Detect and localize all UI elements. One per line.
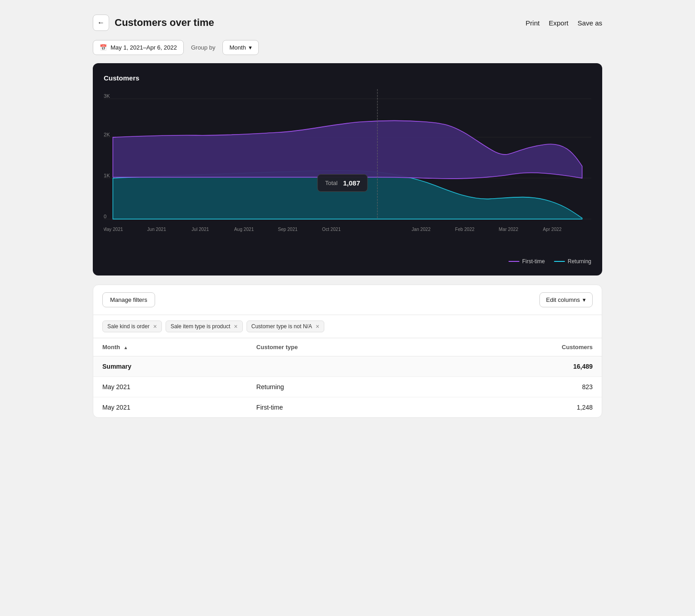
group-by-label: Group by [191, 44, 215, 51]
row-month-2: May 2021 [93, 397, 247, 418]
svg-text:Aug 2021: Aug 2021 [234, 227, 254, 232]
svg-text:2K: 2K [104, 132, 110, 137]
back-button[interactable]: ← [93, 15, 109, 31]
summary-label: Summary [93, 356, 247, 377]
svg-text:Jan 2022: Jan 2022 [412, 227, 431, 232]
row-month-1: May 2021 [93, 377, 247, 397]
svg-text:0: 0 [104, 214, 106, 219]
calendar-icon: 📅 [100, 44, 107, 51]
filters-bar: 📅 May 1, 2021–Apr 6, 2022 Group by Month… [93, 40, 602, 55]
row-customers-2: 1,248 [442, 397, 602, 418]
manage-filters-row: Manage filters Edit columns ▾ [93, 285, 602, 315]
header-left: ← Customers over time [93, 15, 214, 31]
page-header: ← Customers over time Print Export Save … [93, 9, 602, 40]
legend-returning-line [554, 261, 565, 262]
svg-text:Sep 2021: Sep 2021 [278, 227, 298, 232]
table-row: May 2021 Returning 823 [93, 377, 602, 397]
group-by-value: Month [229, 44, 246, 51]
svg-text:Jun 2021: Jun 2021 [147, 227, 166, 232]
legend-first-time: First-time [509, 258, 545, 265]
row-customers-1: 823 [442, 377, 602, 397]
chart-container: Customers 3K 2K 1K 0 May 2 [93, 63, 602, 275]
chart-svg: 3K 2K 1K 0 May 2021 Jun 2021 Jul 2021 Au… [104, 89, 591, 253]
date-range-text: May 1, 2021–Apr 6, 2022 [111, 44, 177, 51]
chart-area: 3K 2K 1K 0 May 2021 Jun 2021 Jul 2021 Au… [104, 89, 591, 253]
edit-columns-label: Edit columns [546, 296, 580, 303]
header-actions: Print Export Save as [526, 19, 602, 27]
filter-tag-2-remove[interactable]: × [234, 323, 237, 330]
filter-tag-2: Sale item type is product × [166, 321, 243, 332]
print-button[interactable]: Print [526, 19, 540, 27]
row-type-2: First-time [247, 397, 442, 418]
chevron-down-icon: ▾ [249, 44, 252, 51]
save-as-button[interactable]: Save as [578, 19, 602, 27]
filter-tag-1-remove[interactable]: × [153, 323, 157, 330]
chevron-down-icon: ▾ [583, 296, 586, 303]
filter-tag-1: Sale kind is order × [102, 321, 162, 332]
col-header-customers[interactable]: Customers [442, 338, 602, 356]
svg-text:Apr 2022: Apr 2022 [543, 227, 562, 232]
row-type-1: Returning [247, 377, 442, 397]
data-table: Month ▲ Customer type Customers Summary [93, 338, 602, 417]
page-title: Customers over time [115, 17, 214, 29]
svg-text:3K: 3K [104, 93, 110, 99]
table-summary-row: Summary 16,489 [93, 356, 602, 377]
date-range-picker[interactable]: 📅 May 1, 2021–Apr 6, 2022 [93, 40, 184, 55]
svg-text:Mar 2022: Mar 2022 [499, 227, 519, 232]
summary-customers: 16,489 [442, 356, 602, 377]
svg-text:Feb 2022: Feb 2022 [455, 227, 475, 232]
legend-first-time-line [509, 261, 519, 262]
chart-legend: First-time Returning [104, 258, 591, 265]
legend-returning: Returning [554, 258, 591, 265]
filter-tag-3-remove[interactable]: × [316, 323, 319, 330]
filter-tag-1-label: Sale kind is order [107, 323, 150, 330]
filter-tag-2-label: Sale item type is product [171, 323, 230, 330]
sort-asc-icon: ▲ [124, 345, 128, 350]
chart-title: Customers [104, 74, 591, 82]
legend-returning-label: Returning [568, 258, 591, 265]
export-button[interactable]: Export [549, 19, 568, 27]
svg-text:Jul 2021: Jul 2021 [191, 227, 209, 232]
table-row: May 2021 First-time 1,248 [93, 397, 602, 418]
table-header-row: Month ▲ Customer type Customers [93, 338, 602, 356]
col-header-customer-type[interactable]: Customer type [247, 338, 442, 356]
manage-filters-button[interactable]: Manage filters [102, 292, 155, 307]
filter-tag-3: Customer type is not N/A × [247, 321, 325, 332]
group-by-dropdown[interactable]: Month ▾ [222, 40, 258, 55]
svg-text:Oct 2021: Oct 2021 [322, 227, 341, 232]
svg-text:May 2021: May 2021 [104, 227, 123, 232]
filter-tag-3-label: Customer type is not N/A [252, 323, 312, 330]
svg-text:1K: 1K [104, 173, 110, 178]
edit-columns-button[interactable]: Edit columns ▾ [539, 292, 593, 307]
main-card: Manage filters Edit columns ▾ Sale kind … [93, 285, 602, 418]
col-header-month[interactable]: Month ▲ [93, 338, 247, 356]
summary-type [247, 356, 442, 377]
filter-tags-row: Sale kind is order × Sale item type is p… [93, 315, 602, 338]
legend-first-time-label: First-time [522, 258, 545, 265]
